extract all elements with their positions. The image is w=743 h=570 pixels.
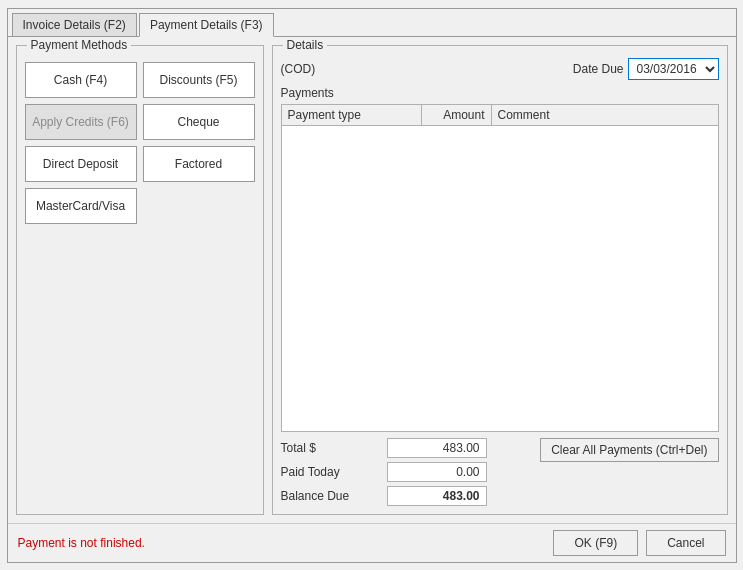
cod-text: (COD) xyxy=(281,62,316,76)
error-text: Payment is not finished. xyxy=(18,536,145,550)
payments-table: Payment type Amount Comment xyxy=(281,104,719,432)
col-header-comment: Comment xyxy=(492,105,718,125)
details-label: Details xyxy=(283,38,328,52)
factored-button[interactable]: Factored xyxy=(143,146,255,182)
paid-today-label: Paid Today xyxy=(281,465,381,479)
payment-methods-label: Payment Methods xyxy=(27,38,132,52)
payment-buttons-grid: Cash (F4) Discounts (F5) Apply Credits (… xyxy=(25,62,255,224)
paid-today-value: 0.00 xyxy=(387,462,487,482)
paid-today-row: Paid Today 0.00 xyxy=(281,462,487,482)
total-value: 483.00 xyxy=(387,438,487,458)
content-area: Payment Methods Cash (F4) Discounts (F5)… xyxy=(8,37,736,523)
col-header-amount: Amount xyxy=(422,105,492,125)
details-panel: Details (COD) Date Due 03/03/2016 Paymen… xyxy=(272,45,728,515)
total-row: Total $ 483.00 xyxy=(281,438,487,458)
date-due-select[interactable]: 03/03/2016 xyxy=(628,58,719,80)
balance-due-row: Balance Due 483.00 xyxy=(281,486,487,506)
balance-due-label: Balance Due xyxy=(281,489,381,503)
ok-button[interactable]: OK (F9) xyxy=(553,530,638,556)
tab-bar: Invoice Details (F2) Payment Details (F3… xyxy=(8,9,736,37)
totals-rows: Total $ 483.00 Paid Today 0.00 Balance D… xyxy=(281,438,487,506)
main-window: Invoice Details (F2) Payment Details (F3… xyxy=(7,8,737,563)
tab-invoice-details[interactable]: Invoice Details (F2) xyxy=(12,13,137,36)
date-due-label: Date Due xyxy=(573,62,624,76)
date-due-row: Date Due 03/03/2016 xyxy=(573,58,719,80)
table-header: Payment type Amount Comment xyxy=(282,105,718,126)
payments-label: Payments xyxy=(281,86,719,100)
mastercard-visa-button[interactable]: MasterCard/Visa xyxy=(25,188,137,224)
total-label: Total $ xyxy=(281,441,381,455)
table-body xyxy=(282,126,718,346)
discounts-button[interactable]: Discounts (F5) xyxy=(143,62,255,98)
payments-section: Payments Payment type Amount Comment xyxy=(281,86,719,432)
totals-bottom: Total $ 483.00 Paid Today 0.00 Balance D… xyxy=(281,438,719,506)
balance-due-value: 483.00 xyxy=(387,486,487,506)
apply-credits-button: Apply Credits (F6) xyxy=(25,104,137,140)
clear-all-payments-button[interactable]: Clear All Payments (Ctrl+Del) xyxy=(540,438,718,462)
payment-methods-panel: Payment Methods Cash (F4) Discounts (F5)… xyxy=(16,45,264,515)
cheque-button[interactable]: Cheque xyxy=(143,104,255,140)
cash-button[interactable]: Cash (F4) xyxy=(25,62,137,98)
cancel-button[interactable]: Cancel xyxy=(646,530,725,556)
col-header-payment-type: Payment type xyxy=(282,105,422,125)
tab-payment-details[interactable]: Payment Details (F3) xyxy=(139,13,274,37)
direct-deposit-button[interactable]: Direct Deposit xyxy=(25,146,137,182)
bottom-bar: Payment is not finished. OK (F9) Cancel xyxy=(8,523,736,562)
bottom-buttons: OK (F9) Cancel xyxy=(553,530,725,556)
details-row: (COD) Date Due 03/03/2016 xyxy=(281,58,719,80)
